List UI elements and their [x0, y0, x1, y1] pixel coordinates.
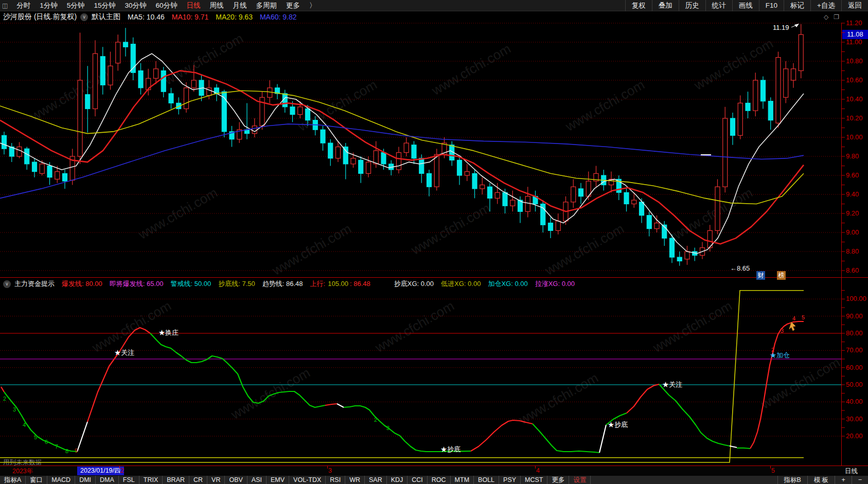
month-tick — [535, 466, 536, 469]
split-window-icon[interactable]: ❐ — [834, 13, 839, 21]
indicator-button-BOLL[interactable]: BOLL — [474, 476, 499, 484]
indicator-button-DMI[interactable]: DMI — [75, 476, 96, 484]
hover-date-readout: 2023/01/19/四 — [77, 467, 124, 475]
toolbar-button-指标B[interactable]: 指标B — [777, 476, 807, 484]
toolbar-button-+[interactable]: + — [835, 476, 851, 484]
indicator-button-指标A[interactable]: 指标A — [0, 476, 26, 484]
indicator-button-RSI[interactable]: RSI — [326, 476, 345, 484]
sub-indicator-name[interactable]: 主力资金提示 — [14, 279, 55, 289]
indicator-button-设置[interactable]: 设置 — [569, 476, 591, 484]
month-label-5: 5 — [771, 467, 775, 474]
chevron-down-icon[interactable]: ∨ — [80, 13, 88, 21]
svg-text:8: 8 — [65, 448, 68, 454]
indicator-button-EMV[interactable]: EMV — [267, 476, 289, 484]
indicator-button-OBV[interactable]: OBV — [225, 476, 247, 484]
indicator-field: 拉涨XG: 0.00 — [535, 280, 575, 288]
svg-text:2: 2 — [3, 396, 6, 402]
menu-item-F10[interactable]: F10 — [759, 0, 784, 11]
menu-item-多周期[interactable]: 多周期 — [251, 1, 281, 10]
indicator-button-BRAR[interactable]: BRAR — [163, 476, 189, 484]
indicator-button-MCST[interactable]: MCST — [521, 476, 547, 484]
menu-item-复权[interactable]: 复权 — [625, 0, 652, 11]
indicator-button-VOL-TDX[interactable]: VOL-TDX — [289, 476, 326, 484]
year-label: 2023年 — [12, 467, 33, 476]
menu-item-统计[interactable]: 统计 — [705, 0, 732, 11]
svg-text:←8.65: ←8.65 — [730, 264, 750, 272]
month-label-2: 2 — [120, 467, 124, 474]
menu-item-+自选[interactable]: +自选 — [810, 0, 841, 11]
menu-item-返回[interactable]: 返回 — [841, 0, 868, 11]
trading-app-window: ◫ 分时1分钟5分钟15分钟30分钟60分钟日线周线月线多周期更多〉 复权叠加历… — [0, 0, 868, 484]
menu-item-历史[interactable]: 历史 — [679, 0, 705, 11]
indicator-button-MTM[interactable]: MTM — [451, 476, 474, 484]
menu-item-日线[interactable]: 日线 — [182, 1, 205, 10]
title-bar-icons: ◇❐ — [819, 13, 839, 21]
menu-item-1分钟[interactable]: 1分钟 — [35, 1, 62, 10]
menu-item-月线[interactable]: 月线 — [228, 1, 251, 10]
diamond-icon[interactable]: ◇ — [824, 13, 828, 21]
indicator-button-KDJ[interactable]: KDJ — [387, 476, 408, 484]
period-menu: 分时1分钟5分钟15分钟30分钟60分钟日线周线月线多周期更多〉 — [12, 1, 321, 10]
menu-item-叠加[interactable]: 叠加 — [652, 0, 679, 11]
month-tick — [770, 466, 771, 469]
badge-财[interactable]: 财 — [756, 271, 765, 280]
indicator-button-更多[interactable]: 更多 — [547, 476, 569, 484]
month-tick — [327, 466, 328, 469]
indicator-collapse-icon[interactable]: ∨ — [3, 280, 11, 288]
indicator-field: 趋势线: 86.48 — [262, 280, 303, 288]
menu-item-〉[interactable]: 〉 — [305, 1, 321, 10]
main-candlestick-chart[interactable]: 11.19←8.65 — [0, 23, 868, 278]
svg-text:★关注: ★关注 — [114, 349, 134, 356]
svg-text:3: 3 — [386, 425, 389, 431]
indicator-button-ROC[interactable]: ROC — [428, 476, 451, 484]
indicator-field: 抄底线: 7.50 — [218, 280, 255, 288]
sub-indicator-values: 爆发线: 80.00即将爆发线: 65.00警戒线: 50.00抄底线: 7.5… — [62, 279, 582, 289]
indicator-field: 即将爆发线: 65.00 — [110, 280, 164, 288]
menu-item-更多[interactable]: 更多 — [281, 1, 305, 10]
indicator-button-PSY[interactable]: PSY — [499, 476, 521, 484]
indicator-button-CCI[interactable]: CCI — [408, 476, 428, 484]
menu-item-60分钟[interactable]: 60分钟 — [151, 1, 182, 10]
menu-item-周线[interactable]: 周线 — [205, 1, 228, 10]
indicator-button-VR[interactable]: VR — [207, 476, 225, 484]
current-period-label: 日线 — [845, 467, 858, 476]
indicator-field: : 86.48 — [350, 280, 370, 288]
sub-indicator-header: ∨ 主力资金提示 爆发线: 80.00即将爆发线: 65.00警戒线: 50.0… — [0, 279, 582, 289]
badge-榜[interactable]: 榜 — [777, 271, 786, 280]
indicator-button-CR[interactable]: CR — [189, 476, 207, 484]
indicator-button-窗口[interactable]: 窗口 — [26, 476, 47, 484]
month-tick — [119, 466, 120, 469]
menu-item-标记[interactable]: 标记 — [784, 0, 810, 11]
month-label-4: 4 — [536, 467, 540, 474]
menu-item-5分钟[interactable]: 5分钟 — [62, 1, 90, 10]
ma-values: MA5: 10.46MA10: 9.71MA20: 9.63MA60: 9.82 — [128, 13, 304, 21]
indicator-button-MACD[interactable]: MACD — [47, 476, 75, 484]
main-chart-layout-label[interactable]: 默认主图 — [92, 12, 120, 22]
date-axis: 2023年 2023/01/19/四 日线 2345 — [0, 465, 868, 476]
indicator-button-TRIX[interactable]: TRIX — [139, 476, 163, 484]
indicator-button-FSL[interactable]: FSL — [119, 476, 139, 484]
svg-text:★抄底: ★抄底 — [440, 445, 460, 453]
indicator-field: 105.00 — [328, 280, 348, 288]
indicator-field: 抄底XG: 0.00 — [394, 280, 434, 288]
menu-item-15分钟[interactable]: 15分钟 — [89, 1, 120, 10]
svg-text:4: 4 — [23, 422, 26, 428]
indicator-button-SAR[interactable]: SAR — [365, 476, 387, 484]
svg-text:9: 9 — [75, 447, 78, 454]
indicator-button-ASI[interactable]: ASI — [247, 476, 267, 484]
svg-text:5: 5 — [34, 434, 37, 440]
sub-indicator-chart[interactable]: ★关注★换庄★抄底★抄底★关注★加仓23456789232345 — [0, 278, 868, 465]
svg-text:3: 3 — [13, 406, 16, 413]
toolbar-button-模 板[interactable]: 模 板 — [807, 476, 835, 484]
svg-text:6: 6 — [45, 439, 48, 445]
svg-text:3: 3 — [781, 328, 784, 334]
collapse-panel-icon[interactable]: ◫ — [2, 2, 8, 9]
indicator-button-DMA[interactable]: DMA — [96, 476, 119, 484]
menu-item-分时[interactable]: 分时 — [12, 1, 35, 10]
indicator-toolbar-right: 指标B模 板+− — [777, 476, 868, 484]
menu-item-画线[interactable]: 画线 — [732, 0, 759, 11]
stock-title: 沙河股份 (日线.前复权) — [3, 12, 77, 22]
indicator-button-WR[interactable]: WR — [345, 476, 365, 484]
toolbar-button-−[interactable]: − — [852, 476, 868, 484]
menu-item-30分钟[interactable]: 30分钟 — [120, 1, 151, 10]
